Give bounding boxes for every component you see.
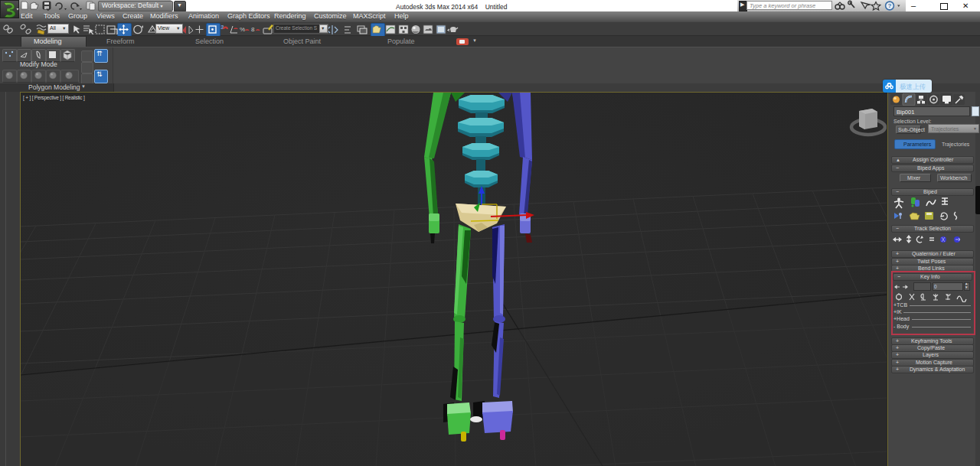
svg-text:%: % [240, 26, 245, 33]
svg-text:?: ? [888, 2, 892, 9]
svg-text:8: 8 [251, 26, 255, 33]
